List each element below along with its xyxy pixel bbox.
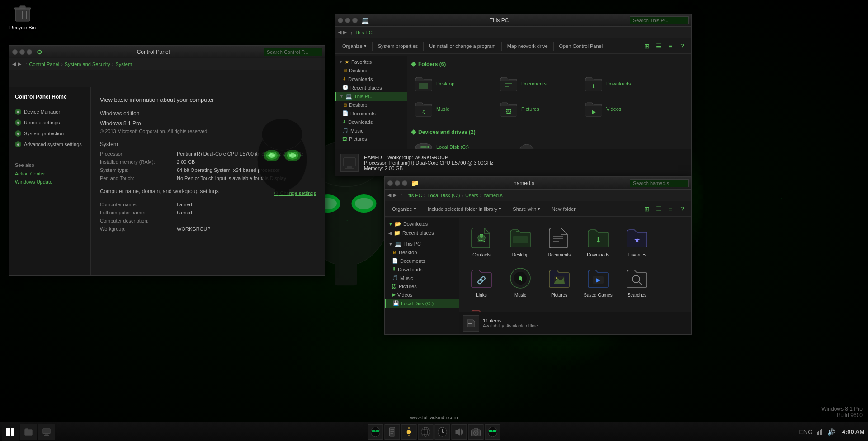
hamed-up[interactable]: ↑ bbox=[400, 193, 403, 198]
this-pc-breadcrumb-item[interactable]: This PC bbox=[355, 30, 373, 35]
nav-forward-btn[interactable]: ▶ bbox=[18, 61, 21, 67]
hamed-nav-desktop[interactable]: 🖥 Desktop bbox=[385, 248, 459, 256]
this-pc-search[interactable] bbox=[630, 16, 689, 24]
hamed-back[interactable]: ◀ bbox=[387, 192, 391, 198]
icon-searches[interactable]: Searches bbox=[618, 261, 656, 300]
hamed-forward[interactable]: ▶ bbox=[393, 192, 396, 198]
folder-documents[interactable]: Documents bbox=[496, 73, 577, 95]
folder-downloads[interactable]: ⬇ Downloads bbox=[581, 73, 662, 95]
hamed-bc-local-disk[interactable]: Local Disk (C:) bbox=[427, 193, 460, 198]
taskbar-alien2-icon[interactable] bbox=[485, 424, 500, 440]
this-pc-close[interactable] bbox=[338, 18, 343, 23]
icon-favorites[interactable]: ★ Favorites bbox=[618, 221, 656, 260]
hamed-min[interactable] bbox=[395, 180, 400, 186]
hamed-nav-recent[interactable]: ◀ 📁 Recent places bbox=[385, 228, 459, 237]
icon-desktop[interactable]: Desktop bbox=[502, 221, 539, 260]
nav-item-device-manager[interactable]: ● Device Manager bbox=[9, 106, 90, 117]
hamed-nav-downloads[interactable]: ▼ 📂 Downloads bbox=[385, 219, 459, 228]
taskbar-sun-icon[interactable] bbox=[401, 424, 417, 440]
icon-documents[interactable]: Documents bbox=[541, 221, 578, 260]
open-cp-btn[interactable]: Open Control Panel bbox=[556, 42, 607, 51]
taskbar-alien-icon[interactable] bbox=[368, 424, 383, 440]
nav-item-advanced-settings[interactable]: ● Advanced system settings bbox=[9, 139, 90, 150]
nav-music[interactable]: 🎵 Music bbox=[335, 126, 407, 135]
nav-up-btn[interactable]: ↑ bbox=[25, 62, 28, 67]
help-btn[interactable]: ? bbox=[677, 41, 688, 52]
maximize-button[interactable] bbox=[27, 49, 32, 55]
nav-downloads-fav[interactable]: ⬇ Downloads bbox=[335, 75, 407, 83]
windows-update-link[interactable]: Windows Update bbox=[9, 178, 90, 186]
icon-pictures[interactable]: Pictures bbox=[541, 261, 578, 300]
close-button[interactable] bbox=[12, 49, 18, 55]
hamed-view-details[interactable]: ≡ bbox=[665, 204, 676, 214]
recycle-bin-icon[interactable]: Recycle Bin bbox=[7, 2, 38, 30]
folder-videos[interactable]: ▶ Videos bbox=[581, 98, 662, 120]
taskbar-this-pc[interactable] bbox=[38, 424, 55, 440]
nav-favorites[interactable]: ▼ ★ Favorites bbox=[335, 57, 407, 66]
hamed-help[interactable]: ? bbox=[677, 204, 688, 214]
nav-item-system-protection[interactable]: ● System protection bbox=[9, 128, 90, 139]
hamed-bc-this-pc[interactable]: This PC bbox=[405, 193, 422, 198]
view-icon-btn[interactable]: ⊞ bbox=[642, 41, 652, 52]
hamed-nav-local-disk[interactable]: 💾 Local Disk (C:) bbox=[385, 299, 459, 308]
folder-music[interactable]: ♫ Music bbox=[411, 98, 492, 120]
hamed-nav-this-pc[interactable]: ▼ 💻 This PC bbox=[385, 239, 459, 248]
breadcrumb-system[interactable]: System bbox=[115, 62, 132, 67]
action-center-link[interactable]: Action Center bbox=[9, 170, 90, 178]
nav-back-btn[interactable]: ◀ bbox=[12, 61, 16, 67]
nav-pictures[interactable]: 🖼 Pictures bbox=[335, 135, 407, 143]
hamed-nav-videos[interactable]: ▶ Videos bbox=[385, 290, 459, 299]
hamed-bc-users[interactable]: Users bbox=[465, 193, 478, 198]
icon-links[interactable]: 🔗 Links bbox=[463, 261, 500, 300]
hamed-view-list[interactable]: ☰ bbox=[653, 204, 664, 214]
view-details-btn[interactable]: ≡ bbox=[665, 41, 676, 52]
nav-documents[interactable]: 📄 Documents bbox=[335, 109, 407, 118]
hamed-close[interactable] bbox=[387, 180, 393, 186]
hamed-nav-music[interactable]: 🎵 Music bbox=[385, 274, 459, 282]
tray-language-icon[interactable]: ENG bbox=[802, 427, 811, 436]
nav-recent-fav[interactable]: 🕐 Recent places bbox=[335, 83, 407, 92]
hamed-search[interactable] bbox=[630, 179, 689, 187]
hamed-nav-documents[interactable]: 📄 Documents bbox=[385, 256, 459, 265]
hamed-view-icon[interactable]: ⊞ bbox=[642, 204, 652, 214]
breadcrumb-system-security[interactable]: System and Security bbox=[65, 62, 110, 67]
hamed-nav-pictures[interactable]: 🖼 Pictures bbox=[385, 282, 459, 290]
view-list-btn[interactable]: ☰ bbox=[653, 41, 664, 52]
this-pc-forward[interactable]: ▶ bbox=[343, 29, 347, 35]
taskbar-camera-icon[interactable] bbox=[468, 424, 484, 440]
tray-network-icon[interactable] bbox=[814, 427, 823, 436]
taskbar-web-icon[interactable] bbox=[418, 424, 434, 440]
hamed-max[interactable] bbox=[402, 180, 407, 186]
hamed-organize-btn[interactable]: Organize ▾ bbox=[388, 204, 420, 213]
taskbar-volume-icon[interactable] bbox=[452, 424, 467, 440]
nav-desktop[interactable]: 🖥 Desktop bbox=[335, 101, 407, 109]
tray-volume-icon[interactable]: 🔊 bbox=[827, 427, 836, 436]
icon-saved-games[interactable]: ▶ Saved Games bbox=[580, 261, 617, 300]
breadcrumb-control-panel[interactable]: Control Panel bbox=[29, 62, 60, 67]
start-button[interactable] bbox=[2, 423, 19, 441]
hamed-share-btn[interactable]: Share with ▾ bbox=[509, 204, 544, 213]
system-props-btn[interactable]: System properties bbox=[374, 42, 422, 51]
folder-pictures[interactable]: 🖼 Pictures bbox=[496, 98, 577, 120]
this-pc-up[interactable]: ↑ bbox=[350, 30, 353, 35]
map-network-btn[interactable]: Map network drive bbox=[504, 42, 552, 51]
hamed-nav-downloads2[interactable]: ⬇ Downloads bbox=[385, 265, 459, 274]
clock-display[interactable]: 4:00 AM bbox=[840, 428, 866, 435]
icon-videos[interactable]: Videos bbox=[463, 302, 500, 312]
icon-downloads[interactable]: ⬇ Downloads bbox=[580, 221, 617, 260]
taskbar-tools-icon[interactable] bbox=[385, 424, 400, 440]
this-pc-min[interactable] bbox=[345, 18, 350, 23]
nav-desktop-fav[interactable]: 🖥 Desktop bbox=[335, 66, 407, 75]
minimize-button[interactable] bbox=[19, 49, 25, 55]
cp-nav-home[interactable]: Control Panel Home bbox=[9, 91, 90, 103]
this-pc-back[interactable]: ◀ bbox=[338, 29, 341, 35]
nav-downloads[interactable]: ⬇ Downloads bbox=[335, 118, 407, 126]
control-panel-search[interactable] bbox=[264, 48, 322, 56]
this-pc-max[interactable] bbox=[352, 18, 358, 23]
nav-item-remote-settings[interactable]: ● Remote settings bbox=[9, 117, 90, 128]
uninstall-btn[interactable]: Uninstall or change a program bbox=[425, 42, 499, 51]
folder-desktop[interactable]: Desktop bbox=[411, 73, 492, 95]
taskbar-clock-icon[interactable] bbox=[435, 424, 450, 440]
icon-contacts[interactable]: Contacts bbox=[463, 221, 500, 260]
hamed-bc-hamed-s[interactable]: hamed.s bbox=[484, 193, 503, 198]
